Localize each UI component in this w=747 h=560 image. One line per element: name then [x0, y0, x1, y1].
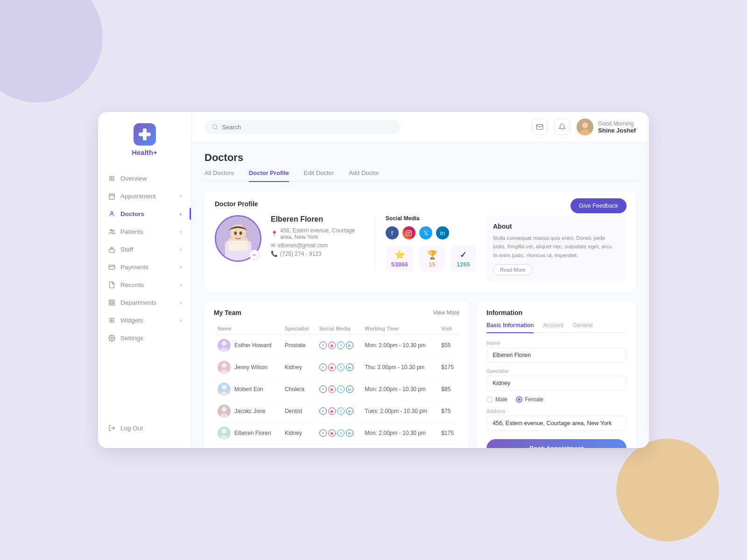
chevron-departments: › [180, 300, 182, 305]
sidebar-label-widgets: Widgets [120, 317, 143, 324]
svg-rect-16 [109, 303, 111, 305]
search-icon [212, 124, 218, 130]
greeting-text: Good Morning [598, 120, 634, 127]
instagram-button[interactable] [402, 226, 416, 239]
about-title: About [493, 223, 618, 230]
feedback-button[interactable]: Give Feedback [571, 198, 627, 213]
team-block: My Team View More Name Specialist Social… [204, 301, 469, 448]
sidebar-item-payments[interactable]: Payments › [98, 258, 191, 276]
gender-radio-group: Male Female [486, 396, 627, 403]
sidebar-item-doctors[interactable]: Doctors ‹ [98, 205, 191, 223]
tab-account[interactable]: Account [543, 322, 563, 333]
svg-rect-14 [112, 300, 114, 301]
table-header-row: Name Specialist Social Media Working Tim… [214, 323, 459, 335]
stat-card-patients: ✓ 1265 [451, 246, 476, 272]
profile-section: Doctor Profile Give Feedback [204, 191, 636, 292]
search-box[interactable] [204, 120, 401, 134]
sidebar-item-staff[interactable]: Staff › [98, 240, 191, 258]
tab-basic-info[interactable]: Basic Information [486, 322, 534, 333]
radio-male[interactable]: Male [486, 396, 507, 403]
svg-point-34 [220, 348, 228, 352]
svg-point-29 [240, 231, 242, 235]
facebook-button[interactable]: f [386, 226, 399, 239]
chevron-patients: › [180, 229, 182, 234]
mail-button[interactable] [532, 119, 548, 135]
tab-all-doctors[interactable]: All Doctors [204, 169, 234, 182]
svg-rect-15 [112, 303, 114, 305]
sidebar: Health+ ⊞ Overview Appointment › Doctors… [98, 112, 191, 448]
col-name: Name [214, 323, 281, 335]
linkedin-button[interactable]: in [436, 226, 449, 239]
user-name-text: Shine Joshef [598, 127, 636, 134]
book-appointment-button[interactable]: Book Appointment [486, 439, 627, 448]
sidebar-label-patients: Patients [120, 228, 143, 235]
form-field-name: Name [486, 340, 627, 363]
form-label-specialist: Specialist [486, 368, 627, 374]
svg-point-41 [222, 429, 226, 434]
radio-female[interactable]: Female [516, 396, 543, 403]
profile-section-title: Doctor Profile [215, 200, 258, 208]
doctor-email: ✉ elberen@gmail.com [271, 242, 365, 249]
stat-reviews-value: 53866 [391, 261, 408, 268]
sidebar-item-settings[interactable]: Settings [98, 329, 191, 347]
svg-point-28 [234, 231, 237, 235]
doctor-phone: 📞 (725) 274 - 9123 [271, 251, 365, 257]
user-avatar [577, 119, 593, 135]
sidebar-item-appointment[interactable]: Appointment › [98, 187, 191, 205]
sidebar-item-widgets[interactable]: ⊞ Widgets › [98, 311, 191, 329]
check-icon: ✓ [460, 250, 467, 260]
twitter-button[interactable]: 𝕏 [419, 226, 432, 239]
sidebar-item-departments[interactable]: Departments › [98, 294, 191, 311]
doctor-name: Elberen Floren [271, 215, 365, 224]
table-row: Esther Howard Prostate f ◉ 𝕏 in Mon: 2.0… [214, 335, 459, 357]
sidebar-label-settings: Settings [120, 335, 143, 342]
form-input-address[interactable] [486, 416, 627, 431]
logout-item[interactable]: Log Out [98, 419, 191, 437]
tab-doctor-profile[interactable]: Doctor Profile [249, 169, 289, 182]
view-more-link[interactable]: View More [433, 309, 459, 316]
social-block: Social Media f 𝕏 in ⭐ 53 [374, 215, 476, 272]
edit-avatar-button[interactable]: ✏ [249, 250, 260, 260]
logout-label: Log Out [120, 425, 143, 432]
sidebar-item-overview[interactable]: ⊞ Overview [98, 169, 191, 187]
search-input[interactable] [222, 124, 393, 131]
table-row: Jenny Wilson Kidney f ◉ 𝕏 in Thu: 2.00pm… [214, 357, 459, 378]
sidebar-label-doctors: Doctors [120, 210, 144, 217]
stat-patients-value: 1265 [457, 261, 470, 268]
svg-rect-11 [109, 265, 115, 269]
notification-button[interactable] [554, 119, 570, 135]
form-input-specialist[interactable] [486, 376, 627, 391]
sidebar-label-records: Records [120, 281, 144, 288]
stats-row: ⭐ 53866 🏆 15 ✓ 1265 [386, 246, 476, 272]
about-block: About Nulla consequat massa quis enim. D… [486, 215, 626, 283]
form-label-name: Name [486, 340, 627, 346]
tab-edit-doctor[interactable]: Edit Doctor [304, 169, 334, 182]
svg-point-40 [220, 413, 228, 418]
svg-point-32 [410, 231, 410, 231]
read-more-button[interactable]: Read More [493, 264, 532, 275]
sidebar-item-patients[interactable]: Patients › [98, 223, 191, 240]
chevron-appointment: › [180, 193, 182, 199]
tab-add-doctor[interactable]: Add Doctor [349, 169, 379, 182]
svg-point-8 [113, 230, 114, 231]
page-content: Doctors All Doctors Doctor Profile Edit … [191, 142, 649, 448]
svg-point-42 [220, 435, 228, 440]
stat-card-awards: 🏆 15 [419, 246, 445, 272]
chevron-records: › [180, 282, 182, 287]
info-tabs: Basic Information Account General [486, 322, 627, 333]
svg-rect-27 [225, 241, 251, 260]
svg-line-20 [216, 128, 217, 129]
sidebar-label-staff: Staff [120, 246, 134, 253]
sidebar-item-records[interactable]: Records › [98, 276, 191, 294]
stat-awards-value: 15 [429, 261, 435, 268]
payments-icon [107, 263, 116, 271]
radio-male-label: Male [495, 396, 507, 403]
tab-general[interactable]: General [573, 322, 593, 333]
doctor-info: Elberen Floren 📍 456, Estern evenue, Cou… [271, 215, 365, 259]
user-info: Good Morning Shine Joshef [577, 119, 636, 135]
svg-point-6 [111, 211, 113, 214]
form-input-name[interactable] [486, 348, 627, 363]
svg-point-17 [111, 337, 113, 339]
phone-icon: 📞 [271, 251, 278, 257]
doctor-avatar-wrap: ✏ [215, 215, 261, 262]
